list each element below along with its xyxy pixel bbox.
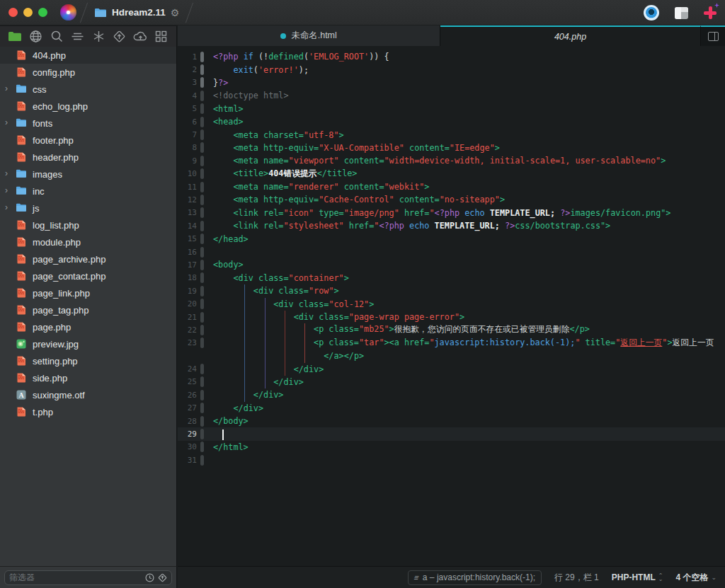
fold-handle[interactable] — [200, 247, 204, 258]
diamond-arrow-icon[interactable] — [112, 30, 127, 44]
folder-icon[interactable] — [7, 30, 23, 44]
code-line-9[interactable]: 9 <meta name="viewport" content="width=d… — [178, 154, 725, 167]
code-line-15[interactable]: 15</head> — [178, 232, 725, 245]
file-item-page-php[interactable]: page.php — [0, 318, 176, 335]
project-settings-gear-icon[interactable]: ⚙ — [171, 7, 180, 18]
file-item-header-php[interactable]: header.php — [0, 149, 176, 166]
xray-plus-icon[interactable] — [704, 6, 717, 19]
actions-diamond-icon[interactable] — [158, 573, 167, 582]
code-line-11[interactable]: 11 <meta name="renderer" content="webkit… — [178, 180, 725, 193]
preview-eye-icon[interactable] — [644, 5, 659, 21]
code-line-23[interactable]: 23 <p class="tar"><a href="javascript:hi… — [178, 337, 725, 350]
folder-item-js[interactable]: ›js — [0, 200, 176, 217]
code-line-27[interactable]: 27 </div> — [178, 402, 725, 415]
syntax-mode-select[interactable]: PHP-HTML ⌃⌄ — [612, 572, 663, 582]
globe-icon[interactable] — [28, 30, 44, 44]
close-button[interactable] — [8, 8, 18, 17]
code-line-26[interactable]: 26 </div> — [178, 388, 725, 401]
code-line-7[interactable]: 7 <meta charset="utf-8"> — [178, 128, 725, 141]
file-item-config-php[interactable]: config.php — [0, 64, 176, 81]
code-line-6[interactable]: 6<head> — [178, 115, 725, 128]
zoom-button[interactable] — [38, 8, 47, 17]
file-item-setting-php[interactable]: setting.php — [0, 352, 176, 369]
unsaved-dot-icon — [280, 33, 286, 39]
code-line-28[interactable]: 28</body> — [178, 415, 725, 427]
code-line-8[interactable]: 8 <meta http-equiv="X-UA-Compatible" con… — [178, 142, 725, 154]
search-icon[interactable] — [49, 30, 64, 44]
code-line-2[interactable]: 2 exit('error!'); — [178, 63, 725, 76]
code-line-3[interactable]: 3}?> — [178, 76, 725, 89]
code-line-13[interactable]: 13 <link rel="icon" type="image/png" hre… — [178, 207, 725, 219]
lines-icon[interactable] — [70, 30, 86, 44]
file-item-page-tag-php[interactable]: page_tag.php — [0, 301, 176, 318]
line-number: 25 — [178, 377, 200, 386]
recent-clock-icon[interactable] — [145, 573, 154, 582]
code-line-5[interactable]: 5<html> — [178, 103, 725, 115]
file-item-preview-jpg[interactable]: preview.jpg — [0, 335, 176, 352]
split-view-button[interactable] — [701, 25, 725, 46]
disclosure-chevron-icon[interactable]: › — [5, 117, 8, 127]
file-item-footer-php[interactable]: footer.php — [0, 132, 176, 149]
file-name: inc — [33, 186, 45, 197]
folder-item-inc[interactable]: ›inc — [0, 183, 176, 200]
code-line-4[interactable]: 4<!doctype html> — [178, 89, 725, 102]
folder-item-images[interactable]: ›images — [0, 166, 176, 183]
code-line-20[interactable]: 20 <div class="col-12"> — [178, 297, 725, 310]
code-line-21[interactable]: 21 <div class="page-wrap page-error"> — [178, 311, 725, 323]
asterisk-icon[interactable] — [91, 30, 106, 44]
code-line-12[interactable]: 12 <meta http-equiv="Cache-Control" cont… — [178, 193, 725, 206]
code-line-wrap[interactable]: </a></p> — [178, 350, 725, 362]
file-name: js — [33, 203, 39, 214]
tab--html[interactable]: 未命名.html — [178, 25, 440, 46]
line-number: 26 — [178, 391, 200, 400]
code-line-31[interactable]: 31 — [178, 454, 725, 466]
code-line-19[interactable]: 19 <div class="row"> — [178, 284, 725, 297]
code-line-17[interactable]: 17<body> — [178, 258, 725, 271]
code-line-30[interactable]: 30</html> — [178, 441, 725, 454]
code-line-text: </body> — [204, 416, 249, 426]
updown-chevron-icon: ⌃⌄ — [658, 574, 663, 581]
file-item-suxingme-otf[interactable]: Asuxingme.otf — [0, 386, 176, 403]
file-item-404-php[interactable]: 404.php — [0, 47, 176, 64]
cloud-upload-icon[interactable] — [132, 30, 148, 44]
layout-panels-icon[interactable] — [675, 7, 688, 19]
line-number: 14 — [178, 221, 200, 231]
breadcrumb[interactable]: ≡ a – javascript:history.back(-1); — [408, 570, 542, 585]
code-line-16[interactable]: 16 — [178, 246, 725, 258]
file-name: images — [33, 169, 62, 180]
line-number: 5 — [178, 104, 200, 113]
php-file-icon — [16, 321, 27, 333]
disclosure-chevron-icon[interactable]: › — [5, 83, 8, 93]
minimize-button[interactable] — [23, 8, 33, 17]
grid-icon[interactable] — [154, 30, 169, 44]
filter-input[interactable] — [9, 572, 142, 582]
code-line-22[interactable]: 22 <p class="mb25">很抱歉，您访问的页面不存在或已被管理员删除… — [178, 323, 725, 336]
tab-404-php[interactable]: 404.php — [440, 25, 701, 46]
project-tab[interactable]: Hdream2.11 ⚙ — [91, 7, 182, 18]
fold-handle[interactable] — [200, 455, 204, 466]
file-item-page-contact-php[interactable]: page_contact.php — [0, 267, 176, 284]
file-item-module-php[interactable]: module.php — [0, 234, 176, 250]
code-line-10[interactable]: 10 <title>404错误提示</title> — [178, 168, 725, 180]
line-number: 8 — [178, 143, 200, 152]
file-item-echo-log-php[interactable]: echo_log.php — [0, 98, 176, 115]
disclosure-chevron-icon[interactable]: › — [5, 168, 8, 178]
code-line-25[interactable]: 25 </div> — [178, 376, 725, 388]
file-item-page-link-php[interactable]: page_link.php — [0, 284, 176, 301]
disclosure-chevron-icon[interactable]: › — [5, 185, 8, 195]
code-line-29[interactable]: 29 — [178, 427, 725, 440]
disclosure-chevron-icon[interactable]: › — [5, 202, 8, 212]
file-item-log-list-php[interactable]: log_list.php — [0, 217, 176, 234]
code-line-24[interactable]: 24 </div> — [178, 362, 725, 375]
file-item-side-php[interactable]: side.php — [0, 369, 176, 386]
file-item-t-php[interactable]: t.php — [0, 403, 176, 420]
folder-item-fonts[interactable]: ›fonts — [0, 115, 176, 132]
code-line-18[interactable]: 18 <div class="container"> — [178, 272, 725, 284]
code-line-14[interactable]: 14 <link rel="stylesheet" href="<?php ec… — [178, 219, 725, 232]
fold-handle[interactable] — [200, 429, 204, 439]
indent-setting-select[interactable]: 4 个空格 ⌄ — [675, 572, 717, 584]
code-line-1[interactable]: 1<?php if (!defined('EMLOG_ROOT')) { — [178, 50, 725, 63]
file-item-page-archive-php[interactable]: page_archive.php — [0, 250, 176, 267]
folder-item-css[interactable]: ›css — [0, 81, 176, 98]
code-line-text: <p class="mb25">很抱歉，您访问的页面不存在或已被管理员删除</p… — [204, 324, 590, 335]
